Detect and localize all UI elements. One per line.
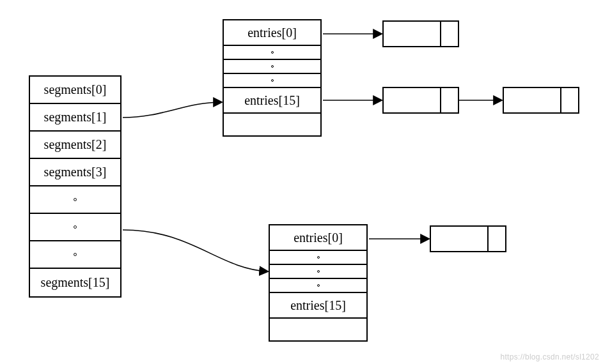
entries-table-top: entries[0] entries[15] [223,19,322,137]
ellipsis-icon [30,186,120,214]
ellipsis-icon [270,279,366,293]
node-next-pointer [561,88,578,112]
ellipsis-icon [270,251,366,265]
entry-row-blank [224,114,320,135]
segment-row: segments[0] [30,77,120,104]
ellipsis-icon [224,60,320,74]
linked-node [503,87,579,114]
node-payload [431,227,489,251]
diagram-canvas: segments[0] segments[1] segments[2] segm… [0,0,603,364]
segment-row: segments[2] [30,132,120,159]
entry-row: entries[0] [270,225,366,251]
node-payload [384,22,441,46]
arrow-icon [123,102,221,118]
arrow-icon [123,230,267,271]
entry-row: entries[0] [224,20,320,46]
linked-node [430,225,506,252]
linked-node [382,20,459,47]
ellipsis-icon [30,241,120,269]
node-next-pointer [441,22,458,46]
ellipsis-icon [270,265,366,279]
segment-row: segments[15] [30,269,120,296]
linked-node [382,87,459,114]
ellipsis-icon [224,74,320,88]
node-next-pointer [489,227,505,251]
segment-row: segments[1] [30,104,120,132]
node-payload [384,88,441,112]
ellipsis-icon [224,46,320,60]
watermark-text: https://blog.csdn.net/sl1202 [501,353,600,361]
entry-row: entries[15] [270,293,366,319]
entry-row-blank [270,319,366,340]
segments-table: segments[0] segments[1] segments[2] segm… [29,75,121,298]
entry-row: entries[15] [224,88,320,114]
ellipsis-icon [30,214,120,241]
node-payload [504,88,561,112]
segment-row: segments[3] [30,159,120,186]
node-next-pointer [441,88,458,112]
entries-table-bottom: entries[0] entries[15] [269,224,368,342]
